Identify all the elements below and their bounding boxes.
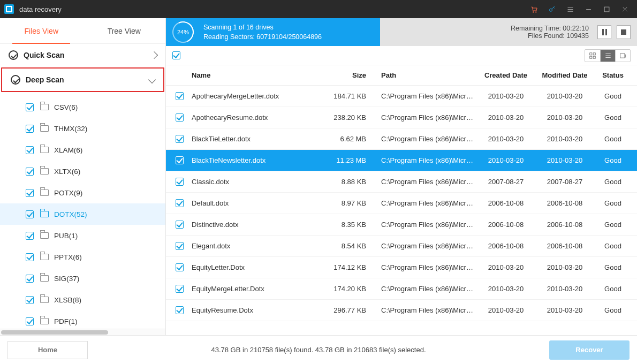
home-button[interactable]: Home [7,341,88,359]
quick-scan-group[interactable]: Quick Scan [0,44,165,66]
tree-item[interactable]: PDF(1) [0,310,165,329]
col-path[interactable]: Path [375,71,476,79]
tree-checkbox[interactable] [26,168,34,176]
tree-item[interactable]: THMX(32) [0,118,165,139]
select-all-checkbox[interactable] [172,51,180,59]
tab-files-view[interactable]: Files View [0,18,83,43]
chevron-down-icon [148,76,156,84]
tree-checkbox[interactable] [26,103,34,111]
cell-created: 2006-10-08 [476,221,535,229]
pause-button[interactable] [597,25,611,39]
table-row[interactable]: Classic.dotx8.88 KBC:\Program Files (x86… [166,171,637,193]
row-checkbox[interactable] [176,113,184,122]
cell-status: Good [594,221,632,229]
col-created[interactable]: Created Date [476,71,535,79]
tree-checkbox[interactable] [26,210,34,218]
scrollbar-thumb[interactable] [1,330,108,335]
tree-item[interactable]: SIG(37) [0,268,165,289]
tree-checkbox[interactable] [26,317,34,325]
tree-item[interactable]: XLAM(6) [0,139,165,161]
cell-path: C:\Program Files (x86)\Microsoft ... [375,113,476,122]
tree-checkbox[interactable] [26,146,34,154]
cell-name: Distinctive.dotx [192,221,327,229]
row-checkbox[interactable] [176,306,184,314]
cell-status: Good [594,285,632,293]
tree-item[interactable]: CSV(6) [0,96,165,118]
tab-tree-view[interactable]: Tree View [83,18,166,43]
recover-button[interactable]: Recover [549,340,630,360]
cart-icon[interactable] [525,0,543,18]
row-checkbox[interactable] [176,156,184,164]
view-grid-button[interactable] [585,50,600,62]
table-row[interactable]: ApothecaryMergeLetter.dotx184.71 KBC:\Pr… [166,86,637,107]
col-name[interactable]: Name [192,71,327,79]
cell-size: 296.77 KB [327,306,375,314]
table-header: Name Size Path Created Date Modified Dat… [166,65,637,86]
tree-item[interactable]: XLTX(6) [0,161,165,182]
folder-icon [40,168,49,175]
tree-item[interactable]: PPTX(6) [0,246,165,268]
svg-point-2 [549,9,552,11]
row-checkbox[interactable] [176,221,184,229]
table-row[interactable]: Default.dotx8.97 KBC:\Program Files (x86… [166,193,637,214]
cell-size: 6.62 MB [327,135,375,143]
row-checkbox[interactable] [176,135,184,143]
table-row[interactable]: Distinctive.dotx8.35 KBC:\Program Files … [166,214,637,236]
cell-path: C:\Program Files (x86)\Microsoft ... [375,92,476,100]
row-checkbox[interactable] [176,242,184,250]
stop-button[interactable] [617,25,631,39]
horizontal-scrollbar[interactable] [0,329,165,335]
table-row[interactable]: ApothecaryResume.dotx238.20 KBC:\Program… [166,107,637,128]
tree-item[interactable]: DOTX(52) [0,203,165,225]
cell-created: 2010-03-20 [476,156,535,164]
sidebar: Files View Tree View Quick Scan Deep Sca… [0,18,166,335]
view-preview-button[interactable] [615,50,630,62]
table-row[interactable]: Elegant.dotx8.54 KBC:\Program Files (x86… [166,236,637,257]
cell-modified: 2006-10-08 [535,199,594,207]
maximize-icon[interactable] [597,0,616,18]
cell-size: 8.88 KB [327,178,375,186]
close-icon[interactable] [616,0,634,18]
tree-item[interactable]: PUB(1) [0,225,165,246]
row-checkbox[interactable] [176,285,184,293]
col-size[interactable]: Size [327,71,375,79]
col-modified[interactable]: Modified Date [535,71,594,79]
svg-point-1 [535,11,536,12]
deep-scan-group[interactable]: Deep Scan [1,67,164,92]
tree-checkbox[interactable] [26,296,34,304]
svg-point-0 [533,11,534,12]
key-icon[interactable] [543,0,561,18]
progress-line2: Reading Sectors: 60719104/250064896 [203,32,322,42]
menu-icon[interactable] [561,0,579,18]
cell-modified: 2006-10-08 [535,242,594,250]
folder-icon [40,275,49,282]
cell-modified: 2010-03-20 [535,306,594,314]
view-list-button[interactable] [600,50,615,62]
row-checkbox[interactable] [176,178,184,186]
folder-icon [40,125,49,132]
tree-checkbox[interactable] [26,189,34,197]
check-circle-icon [11,75,20,85]
row-checkbox[interactable] [176,263,184,271]
cell-path: C:\Program Files (x86)\Microsoft ... [375,242,476,250]
tree-checkbox[interactable] [26,253,34,261]
tree-checkbox[interactable] [26,275,34,283]
table-row[interactable]: BlackTieLetter.dotx6.62 MBC:\Program Fil… [166,128,637,150]
table-row[interactable]: EquityResume.Dotx296.77 KBC:\Program Fil… [166,300,637,321]
table-row[interactable]: EquityLetter.Dotx174.12 KBC:\Program Fil… [166,257,637,278]
table-row[interactable]: EquityMergeLetter.Dotx174.20 KBC:\Progra… [166,278,637,300]
row-checkbox[interactable] [176,199,184,207]
file-rows[interactable]: ApothecaryMergeLetter.dotx184.71 KBC:\Pr… [166,86,637,335]
tree-item[interactable]: XLSB(8) [0,289,165,310]
folder-icon [40,297,49,303]
row-checkbox[interactable] [176,92,184,100]
table-row[interactable]: BlackTieNewsletter.dotx11.23 MBC:\Progra… [166,150,637,171]
tree-item[interactable]: POTX(9) [0,182,165,203]
col-status[interactable]: Status [594,71,632,79]
file-type-tree[interactable]: CSV(6)THMX(32)XLAM(6)XLTX(6)POTX(9)DOTX(… [0,94,165,329]
tree-checkbox[interactable] [26,232,34,240]
tree-checkbox[interactable] [26,125,34,133]
cell-created: 2010-03-20 [476,113,535,122]
check-circle-icon [9,50,18,60]
minimize-icon[interactable] [579,0,597,18]
